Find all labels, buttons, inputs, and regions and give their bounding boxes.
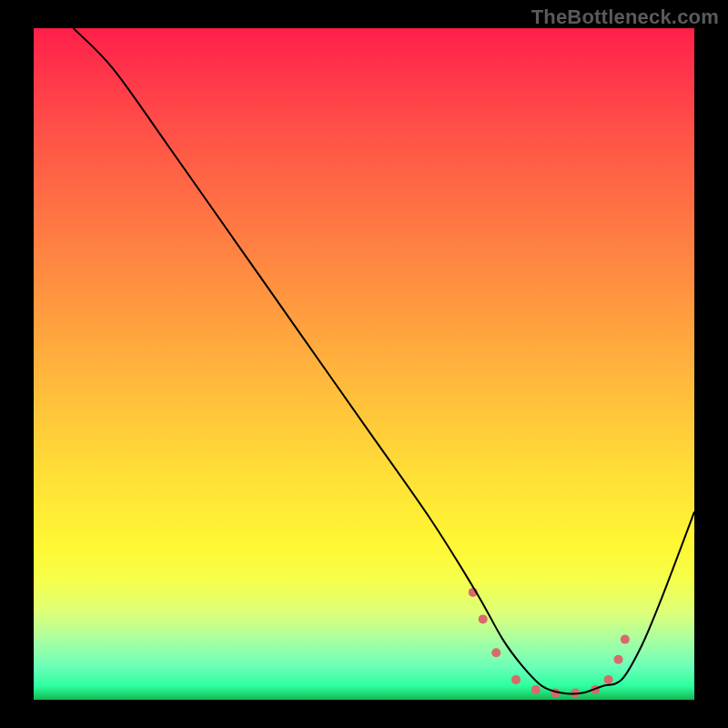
marker-point — [511, 675, 521, 684]
chart-svg — [34, 28, 694, 700]
marker-point — [491, 648, 500, 657]
watermark-text: TheBottleneck.com — [531, 5, 719, 29]
marker-point — [604, 675, 613, 684]
marker-point — [621, 635, 630, 644]
chart-frame: TheBottleneck.com — [0, 0, 728, 728]
marker-point — [531, 685, 541, 694]
marker-point — [614, 655, 623, 664]
marker-group — [469, 588, 630, 698]
marker-point — [479, 614, 488, 623]
curve-line — [74, 28, 694, 694]
plot-area — [34, 28, 694, 700]
